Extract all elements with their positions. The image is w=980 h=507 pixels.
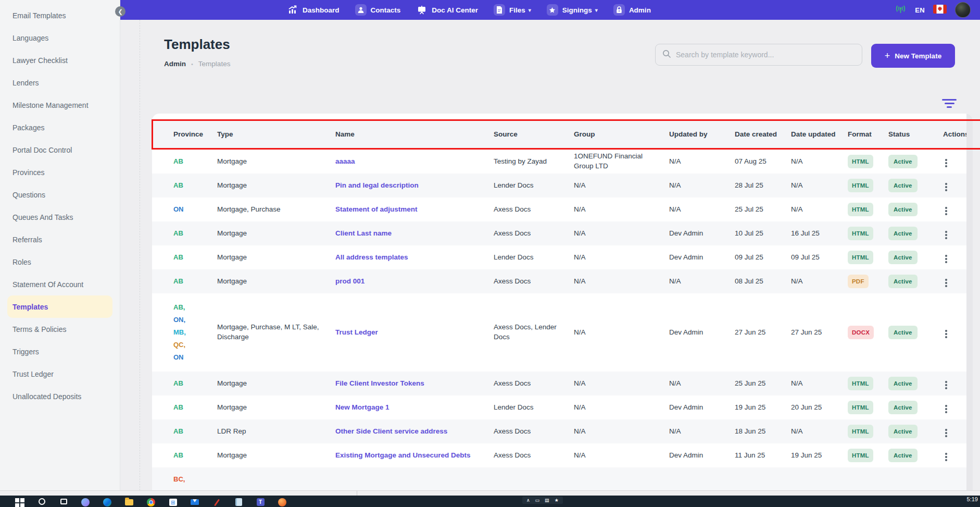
- row-actions-menu-icon[interactable]: [943, 277, 949, 289]
- sidebar-collapse-button[interactable]: ❮: [115, 6, 125, 17]
- row-actions-menu-icon[interactable]: [943, 403, 949, 415]
- taskbar-teams-icon[interactable]: T: [255, 497, 266, 507]
- column-header-actions[interactable]: Actions: [924, 130, 966, 140]
- row-actions-menu-icon[interactable]: [943, 205, 949, 217]
- tray-folder-icon[interactable]: ▤: [545, 498, 549, 503]
- template-name-link[interactable]: New Mortgage 1: [335, 403, 390, 411]
- sidebar-item-lenders[interactable]: Lenders: [0, 71, 112, 94]
- search-input[interactable]: [676, 51, 856, 59]
- taskbar-shield-icon[interactable]: [277, 497, 287, 507]
- column-header-status[interactable]: Status: [885, 130, 924, 140]
- cell-source: Axess Docs: [489, 277, 570, 287]
- sidebar-item-referrals[interactable]: Referrals: [0, 228, 112, 251]
- row-actions-menu-icon[interactable]: [943, 427, 949, 439]
- template-name-link[interactable]: All address templates: [335, 253, 408, 261]
- template-name-link[interactable]: Pin and legal description: [335, 181, 419, 189]
- table-row: AB LDR Rep Other Side Client service add…: [152, 419, 973, 443]
- template-name-link[interactable]: prod 001: [335, 277, 365, 285]
- format-badge: HTML: [848, 425, 873, 438]
- nav-item-doc-ai-center[interactable]: Doc AI Center: [416, 4, 478, 16]
- column-header-name[interactable]: Name: [330, 130, 489, 140]
- sidebar-item-triggers[interactable]: Triggers: [0, 340, 112, 363]
- connection-status-icon[interactable]: [895, 4, 907, 16]
- taskbar-copilot-icon[interactable]: [80, 497, 91, 507]
- template-name-link[interactable]: Other Side Client service address: [335, 427, 447, 435]
- taskbar-search-icon[interactable]: [36, 497, 47, 507]
- tray-star-icon[interactable]: ★: [555, 498, 559, 503]
- row-actions-menu-icon[interactable]: [943, 379, 949, 391]
- template-search[interactable]: [655, 44, 862, 66]
- status-badge: Active: [888, 251, 918, 264]
- table-scrollbar[interactable]: [966, 114, 973, 490]
- sidebar-item-lawyer-checklist[interactable]: Lawyer Checklist: [0, 49, 112, 71]
- cell-name: aaaaa: [330, 157, 489, 167]
- row-actions-menu-icon[interactable]: [943, 253, 949, 265]
- province-tag: AB: [173, 401, 206, 414]
- row-actions-menu-icon[interactable]: [943, 328, 949, 340]
- taskbar-start-icon[interactable]: [15, 497, 25, 507]
- column-header-group[interactable]: Group: [570, 130, 663, 140]
- sidebar-item-statement-of-account[interactable]: Statement Of Account: [0, 273, 112, 295]
- column-header-type[interactable]: Type: [210, 130, 330, 140]
- sidebar-item-portal-doc-control[interactable]: Portal Doc Control: [0, 139, 112, 161]
- taskbar-notepad-icon[interactable]: [233, 497, 244, 507]
- row-actions-menu-icon[interactable]: [943, 229, 949, 241]
- row-actions-menu-icon[interactable]: [943, 451, 949, 463]
- cell-name: Existing Mortgage and Unsecured Debts: [330, 451, 489, 461]
- sidebar-item-provinces[interactable]: Provinces: [0, 161, 112, 183]
- file-icon: [494, 4, 505, 16]
- taskbar-task-view-icon[interactable]: [58, 497, 69, 507]
- taskbar-file-explorer-icon[interactable]: [124, 497, 134, 507]
- user-avatar[interactable]: [955, 2, 971, 18]
- column-header-date-updated[interactable]: Date updated: [785, 130, 843, 140]
- new-template-button[interactable]: + New Template: [871, 44, 955, 68]
- cell-source: Axess Docs, Lender Docs: [489, 323, 570, 342]
- templates-table: ProvinceTypeNameSourceGroupUpdated byDat…: [152, 114, 973, 490]
- nav-item-contacts[interactable]: Contacts: [355, 4, 401, 16]
- sidebar-item-templates[interactable]: Templates: [7, 295, 112, 318]
- sidebar-item-packages[interactable]: Packages: [0, 116, 112, 139]
- row-actions-menu-icon[interactable]: [943, 157, 949, 169]
- column-header-format[interactable]: Format: [843, 130, 885, 140]
- taskbar-chrome-icon[interactable]: [146, 497, 156, 507]
- breadcrumb-admin[interactable]: Admin: [164, 60, 186, 68]
- sidebar-item-email-templates[interactable]: Email Templates: [0, 4, 112, 27]
- filter-icon[interactable]: [941, 99, 957, 108]
- template-name-link[interactable]: Statement of adjustment: [335, 205, 418, 213]
- sidebar-item-questions[interactable]: Questions: [0, 183, 112, 206]
- column-header-date-created[interactable]: Date created: [728, 130, 785, 140]
- taskbar-edge-icon[interactable]: [102, 497, 112, 507]
- sidebar-item-terms-policies[interactable]: Terms & Policies: [0, 318, 112, 340]
- row-actions-menu-icon[interactable]: [943, 181, 949, 193]
- tray-monitor-icon[interactable]: ▭: [535, 498, 540, 503]
- taskbar-pen-icon[interactable]: [211, 497, 222, 507]
- column-header-province[interactable]: Province: [152, 130, 210, 140]
- template-name-link[interactable]: Existing Mortgage and Unsecured Debts: [335, 451, 471, 459]
- template-name-link[interactable]: Client Last name: [335, 229, 392, 237]
- nav-item-signings[interactable]: Signings ▾: [547, 4, 598, 16]
- nav-item-files[interactable]: Files ▾: [494, 4, 531, 16]
- tray-chevron-up-icon[interactable]: ∧: [526, 498, 530, 503]
- format-badge: HTML: [848, 203, 873, 216]
- language-selector[interactable]: EN: [915, 6, 925, 14]
- sidebar-item-languages[interactable]: Languages: [0, 27, 112, 49]
- column-header-updated-by[interactable]: Updated by: [663, 130, 728, 140]
- cell-date-created: 07 Aug 25: [728, 157, 785, 167]
- taskbar-mail-icon[interactable]: [190, 497, 200, 507]
- cell-type: Mortgage: [210, 157, 330, 167]
- sidebar-item-roles[interactable]: Roles: [0, 251, 112, 273]
- taskbar-clock[interactable]: 5:19: [967, 496, 978, 502]
- taskbar-store-icon[interactable]: ⊞: [168, 497, 178, 507]
- sidebar-item-milestone-management[interactable]: Milestone Management: [0, 94, 112, 116]
- template-name-link[interactable]: File Client Investor Tokens: [335, 379, 424, 387]
- sidebar-item-queues-and-tasks[interactable]: Queues And Tasks: [0, 206, 112, 228]
- sidebar-item-unallocated-deposits[interactable]: Unallocated Deposits: [0, 385, 112, 407]
- column-header-source[interactable]: Source: [489, 130, 570, 140]
- horizontal-scrollbar[interactable]: [0, 490, 980, 496]
- nav-item-admin[interactable]: Admin: [613, 4, 651, 16]
- template-name-link[interactable]: Trust Ledger: [335, 328, 378, 336]
- sidebar-item-trust-ledger[interactable]: Trust Ledger: [0, 363, 112, 385]
- breadcrumb-separator: •: [191, 61, 193, 67]
- template-name-link[interactable]: aaaaa: [335, 157, 355, 165]
- nav-item-dashboard[interactable]: Dashboard: [287, 4, 340, 16]
